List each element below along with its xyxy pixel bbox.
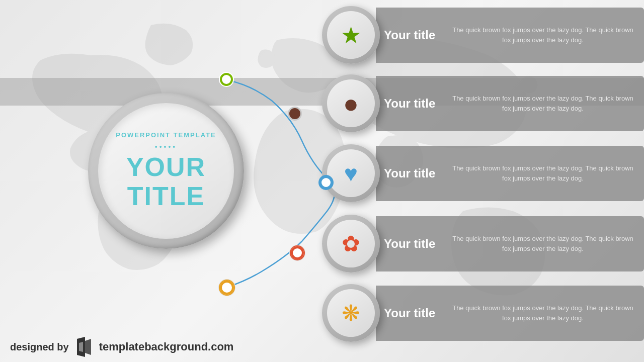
item-title-5: Your title (384, 306, 442, 320)
item-icon-4: ✿ (342, 231, 360, 256)
item-text-4: Your title The quick brown fox jumps ove… (376, 216, 644, 272)
item-circle-inner-3: ♥ (327, 149, 375, 197)
item-icon-3: ♥ (344, 160, 358, 187)
item-desc-4: The quick brown fox jumps over the lazy … (452, 234, 634, 253)
footer: designed by templatebackground.com (10, 337, 233, 357)
circle-title: YOURTITLE (126, 153, 206, 210)
item-desc-5: The quick brown fox jumps over the lazy … (452, 303, 634, 323)
footer-designed-label: designed by (10, 341, 69, 353)
item-circle-inner-5: ❋ (327, 289, 375, 337)
item-desc-3: The quick brown fox jumps over the lazy … (452, 163, 634, 183)
circle-subtitle: POWERPOINT TEMPLATE (116, 131, 216, 139)
node-dot-5 (220, 281, 234, 295)
item-text-1: Your title The quick brown fox jumps ove… (376, 8, 644, 63)
item-icon-wrap-5: ❋ (322, 284, 380, 342)
item-title-2: Your title (384, 97, 442, 111)
item-text-2: Your title The quick brown fox jumps ove… (376, 76, 644, 131)
item-icon-wrap-1: ★ (322, 6, 380, 64)
content-items: ★ Your title The quick brown fox jumps o… (302, 0, 644, 362)
item-icon-wrap-2: ● (322, 74, 380, 132)
node-dot-1 (220, 73, 233, 86)
item-circle-outer-5: ❋ (322, 284, 380, 342)
content-item-2: ● Your title The quick brown fox jumps o… (322, 74, 644, 132)
item-title-1: Your title (384, 28, 442, 42)
node-dot-2 (289, 108, 300, 119)
item-circle-inner-4: ✿ (327, 220, 375, 267)
item-circle-inner-1: ★ (327, 11, 375, 59)
item-icon-wrap-3: ♥ (322, 144, 380, 202)
item-circle-inner-2: ● (327, 79, 375, 127)
item-desc-1: The quick brown fox jumps over the lazy … (452, 25, 634, 45)
item-icon-5: ❋ (342, 300, 360, 326)
main-circle: POWERPOINT TEMPLATE ••••• YOURTITLE (88, 93, 244, 249)
item-title-4: Your title (384, 237, 442, 251)
footer-url-label: templatebackground.com (99, 340, 234, 353)
item-icon-2: ● (343, 88, 359, 119)
content-item-5: ❋ Your title The quick brown fox jumps o… (322, 284, 644, 342)
item-desc-2: The quick brown fox jumps over the lazy … (452, 94, 634, 113)
circle-dots: ••••• (155, 143, 178, 151)
content-item-1: ★ Your title The quick brown fox jumps o… (322, 6, 644, 64)
node-dot-4 (291, 246, 304, 259)
content-item-3: ♥ Your title The quick brown fox jumps o… (322, 144, 644, 202)
office-logo-icon (75, 337, 93, 357)
item-circle-outer-2: ● (322, 74, 380, 132)
item-text-3: Your title The quick brown fox jumps ove… (376, 146, 644, 201)
main-circle-inner: POWERPOINT TEMPLATE ••••• YOURTITLE (98, 103, 234, 239)
item-circle-outer-4: ✿ (322, 215, 380, 273)
item-circle-outer-3: ♥ (322, 144, 380, 202)
item-icon-wrap-4: ✿ (322, 215, 380, 273)
item-circle-outer-1: ★ (322, 6, 380, 64)
content-item-4: ✿ Your title The quick brown fox jumps o… (322, 215, 644, 273)
item-icon-1: ★ (341, 22, 361, 49)
node-dot-3 (319, 176, 333, 189)
item-text-5: Your title The quick brown fox jumps ove… (376, 286, 644, 341)
item-title-3: Your title (384, 166, 442, 180)
